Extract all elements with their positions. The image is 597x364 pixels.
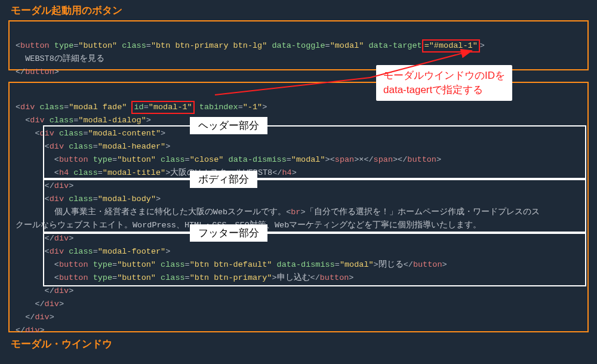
bottom-title: モーダル・ウインドウ — [11, 337, 112, 351]
highlight-data-target: ="#modal-1" — [422, 39, 480, 53]
code-box-button: <button type="button" class="btn btn-pri… — [8, 20, 589, 70]
section-header-label: ヘッダー部分 — [190, 117, 267, 134]
section-footer-box — [43, 233, 586, 286]
highlight-id-modal: id="modal-1" — [131, 101, 194, 114]
section-body-box — [43, 179, 586, 233]
section-body-label: ボディ部分 — [190, 171, 257, 188]
annotation-data-target: モーダルウインドウのIDを data-tagertで指定する — [376, 65, 512, 101]
section-footer-label: フッター部分 — [190, 224, 267, 242]
section-header-box — [43, 125, 586, 179]
top-title: モーダル起動用のボタン — [11, 4, 122, 17]
